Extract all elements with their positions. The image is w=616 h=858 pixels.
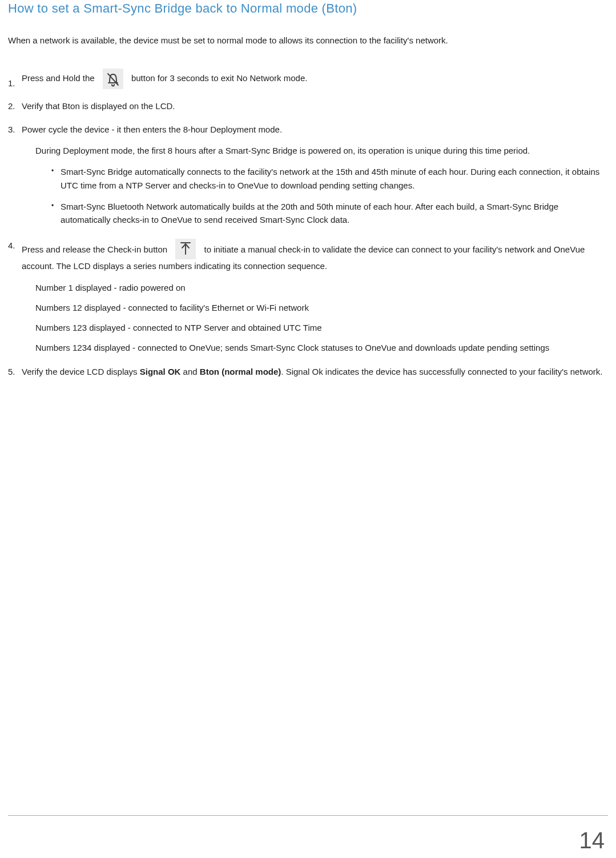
bullet-item: Smart-Sync Bridge automatically connects… xyxy=(51,165,608,192)
step-3-sub: During Deployment mode, the first 8 hour… xyxy=(35,144,608,157)
intro-paragraph: When a network is available, the device … xyxy=(8,34,608,47)
bell-slash-icon xyxy=(103,69,123,89)
lcd-row: Numbers 1234 displayed - connected to On… xyxy=(35,341,608,354)
step-5-pre: Verify the device LCD displays xyxy=(22,367,140,376)
step-5-mid: and xyxy=(180,367,199,376)
footer-rule xyxy=(8,815,608,816)
lcd-row: Numbers 123 displayed - connected to NTP… xyxy=(35,321,608,334)
step-1-post: button for 3 seconds to exit No Network … xyxy=(131,73,308,83)
lcd-row: Number 1 displayed - radio powered on xyxy=(35,281,608,294)
step-5-post: . Signal Ok indicates the device has suc… xyxy=(281,367,602,376)
page-number: 14 xyxy=(579,828,605,853)
step-1: Press and Hold the button for 3 seconds … xyxy=(8,68,608,89)
step-4-pre: Press and release the Check-in button xyxy=(22,244,167,254)
step-5-bold1: Signal OK xyxy=(140,367,181,376)
bullet-item: Smart-Sync Bluetooth Network automatical… xyxy=(51,200,608,227)
step-2: Verify that Bton is displayed on the LCD… xyxy=(8,99,608,113)
step-3-text: Power cycle the device - it then enters … xyxy=(22,125,282,134)
instruction-list: Press and Hold the button for 3 seconds … xyxy=(8,68,608,378)
lcd-row: Numbers 12 displayed - connected to faci… xyxy=(35,301,608,314)
step-5: Verify the device LCD displays Signal OK… xyxy=(8,365,608,378)
step-4: Press and release the Check-in button to… xyxy=(8,239,608,354)
upload-arrow-icon xyxy=(175,239,196,259)
section-heading: How to set a Smart-Sync Bridge back to N… xyxy=(8,1,608,16)
step-3-bullets: Smart-Sync Bridge automatically connects… xyxy=(51,165,608,226)
step-3: Power cycle the device - it then enters … xyxy=(8,123,608,227)
step-1-pre: Press and Hold the xyxy=(22,73,95,83)
step-4-rows: Number 1 displayed - radio powered on Nu… xyxy=(35,281,608,355)
step-5-bold2: Bton (normal mode) xyxy=(200,367,281,376)
